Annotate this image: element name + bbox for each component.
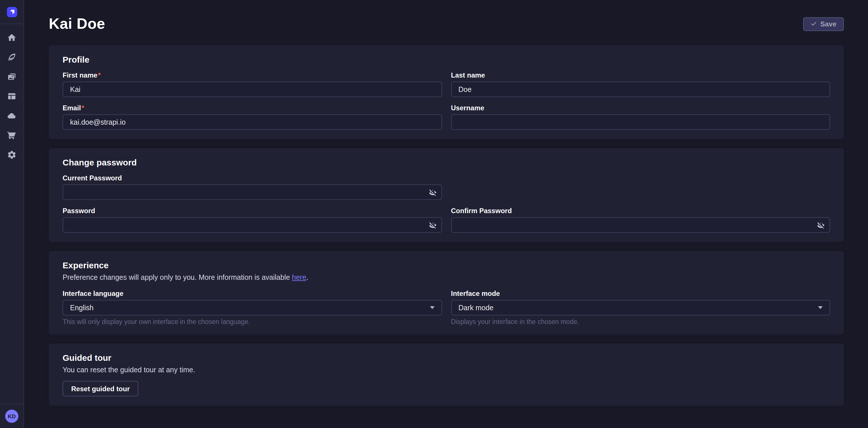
email-input[interactable] — [63, 114, 442, 130]
cloud-icon — [7, 111, 17, 120]
first-name-input[interactable] — [63, 82, 442, 97]
chevron-down-icon — [430, 306, 434, 309]
username-label: Username — [451, 104, 830, 112]
toggle-current-password-visibility-button[interactable] — [429, 188, 437, 196]
email-label: Email* — [63, 104, 442, 112]
interface-language-label: Interface language — [63, 289, 442, 297]
last-name-label: Last name — [451, 71, 830, 79]
interface-language-field: Interface language English This will onl… — [63, 289, 442, 325]
sidebar: KD — [0, 0, 24, 428]
guided-tour-card-title: Guided tour — [63, 353, 830, 363]
cart-icon — [7, 130, 17, 140]
toggle-new-password-visibility-button[interactable] — [429, 221, 437, 229]
interface-language-value: English — [70, 304, 94, 312]
interface-mode-label: Interface mode — [451, 289, 830, 297]
save-button[interactable]: Save — [803, 17, 844, 31]
avatar[interactable]: KD — [5, 409, 19, 423]
page-title: Kai Doe — [49, 15, 105, 33]
sidebar-footer-divider — [0, 404, 24, 404]
confirm-password-label: Confirm Password — [451, 207, 830, 215]
gear-icon — [7, 150, 17, 160]
toggle-confirm-password-visibility-button[interactable] — [817, 221, 825, 229]
feather-icon — [7, 52, 17, 62]
eye-off-icon — [429, 188, 437, 196]
strapi-logo-icon — [7, 7, 17, 17]
current-password-field: Current Password — [63, 174, 442, 200]
eye-off-icon — [817, 221, 825, 229]
confirm-password-input[interactable] — [451, 217, 830, 233]
interface-mode-value: Dark mode — [458, 304, 493, 312]
experience-description: Preference changes will apply only to yo… — [63, 274, 830, 282]
new-password-field: Password — [63, 207, 442, 233]
home-icon — [7, 32, 17, 42]
guided-tour-description: You can reset the guided tour at any tim… — [63, 366, 830, 374]
new-password-input[interactable] — [63, 217, 442, 233]
sidebar-item-home[interactable] — [7, 32, 17, 42]
check-icon — [811, 21, 817, 27]
save-button-label: Save — [820, 20, 836, 28]
password-grid-spacer — [451, 174, 830, 200]
experience-card: Experience Preference changes will apply… — [49, 251, 844, 334]
eye-off-icon — [429, 221, 437, 229]
first-name-label: First name* — [63, 71, 442, 79]
chevron-down-icon — [818, 306, 823, 309]
interface-language-select[interactable]: English — [63, 300, 442, 315]
last-name-input[interactable] — [451, 82, 830, 97]
current-password-input[interactable] — [63, 184, 442, 200]
sidebar-item-content-type-builder[interactable] — [7, 91, 17, 101]
sidebar-item-marketplace[interactable] — [7, 130, 17, 140]
profile-card: Profile First name* Last name Email* Use… — [49, 46, 844, 139]
sidebar-item-cloud[interactable] — [7, 110, 17, 121]
sidebar-footer: KD — [0, 404, 24, 428]
experience-grid: Interface language English This will onl… — [63, 289, 830, 325]
password-grid: Current Password Password — [63, 174, 830, 233]
first-name-field: First name* — [63, 71, 442, 97]
more-information-link[interactable]: here — [292, 274, 306, 282]
confirm-password-input-wrap — [451, 217, 830, 233]
sidebar-nav — [0, 32, 24, 160]
confirm-password-field: Confirm Password — [451, 207, 830, 233]
interface-mode-field: Interface mode Dark mode Displays your i… — [451, 289, 830, 325]
sidebar-item-settings[interactable] — [7, 149, 17, 160]
sidebar-item-media-library[interactable] — [7, 71, 17, 82]
guided-tour-card: Guided tour You can reset the guided tou… — [49, 344, 844, 406]
page-header: Kai Doe Save — [49, 15, 844, 33]
main-content: Kai Doe Save Profile First name* Last na… — [24, 0, 868, 428]
strapi-logo[interactable] — [7, 7, 17, 17]
interface-mode-hint: Displays your interface in the chosen mo… — [451, 318, 830, 325]
change-password-card-title: Change password — [63, 158, 830, 167]
sidebar-item-content-manager[interactable] — [7, 52, 17, 62]
username-input[interactable] — [451, 114, 830, 130]
reset-guided-tour-button[interactable]: Reset guided tour — [63, 381, 138, 396]
email-field: Email* — [63, 104, 442, 130]
new-password-label: Password — [63, 207, 442, 215]
profile-card-title: Profile — [63, 55, 830, 64]
images-icon — [7, 72, 17, 81]
experience-card-title: Experience — [63, 260, 830, 270]
new-password-input-wrap — [63, 217, 442, 233]
current-password-label: Current Password — [63, 174, 442, 182]
required-mark: * — [82, 104, 84, 112]
required-mark: * — [98, 71, 100, 79]
interface-language-hint: This will only display your own interfac… — [63, 318, 442, 325]
app-viewport: KD Kai Doe Save Profile First name* — [0, 0, 868, 428]
current-password-input-wrap — [63, 184, 442, 200]
last-name-field: Last name — [451, 71, 830, 97]
sidebar-divider — [0, 24, 24, 24]
username-field: Username — [451, 104, 830, 130]
change-password-card: Change password Current Password — [49, 148, 844, 242]
layout-icon — [7, 91, 17, 101]
interface-mode-select[interactable]: Dark mode — [451, 300, 830, 315]
profile-grid: First name* Last name Email* Username — [63, 71, 830, 130]
